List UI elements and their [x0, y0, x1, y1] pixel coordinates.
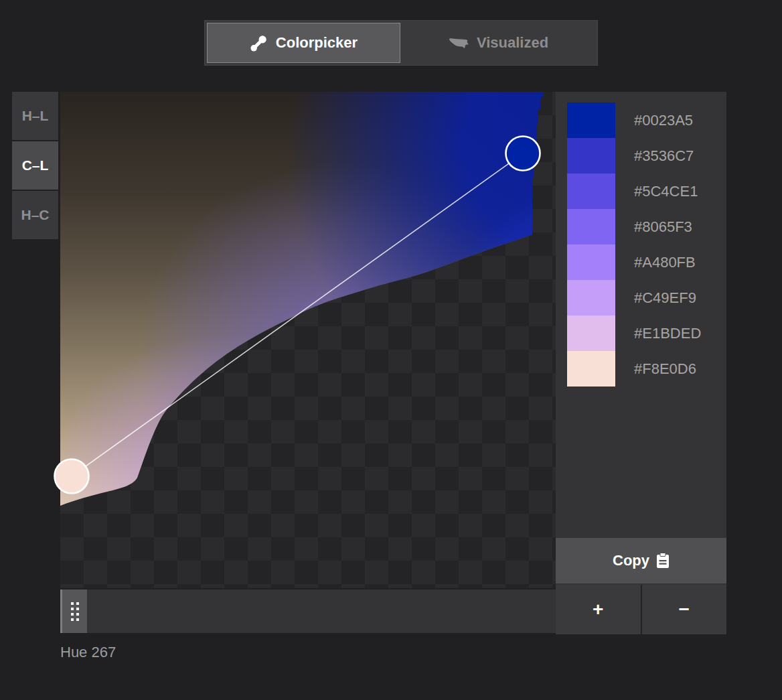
swatch-row: #E1BDED [556, 316, 726, 351]
color-swatch[interactable] [567, 316, 615, 351]
tab-colorpicker[interactable]: Colorpicker [207, 23, 400, 63]
color-swatch[interactable] [567, 280, 615, 316]
color-swatch[interactable] [567, 173, 615, 209]
view-tab-group: Colorpicker Visualized [204, 20, 598, 66]
gamut-canvas[interactable] [60, 92, 556, 588]
color-swatch[interactable] [567, 351, 615, 387]
add-color-label: + [593, 599, 603, 620]
mode-h-c-label: H–C [21, 207, 49, 223]
drag-dots-icon [71, 602, 79, 621]
ramp-overlay [60, 92, 556, 588]
swatch-row: #A480FB [556, 244, 726, 280]
colorpicker-app: Colorpicker Visualized H–L C–L H–C [0, 0, 782, 700]
swatch-hex-label: #8065F3 [634, 218, 692, 236]
tab-colorpicker-label: Colorpicker [276, 34, 358, 52]
swatch-row: #F8E0D6 [556, 351, 726, 387]
swatch-list: #0023A5 #3536C7 #5C4CE1 #8065F3 #A480FB … [556, 92, 726, 538]
add-color-button[interactable]: + [556, 585, 641, 634]
swatch-row: #8065F3 [556, 209, 726, 244]
link-icon [250, 34, 268, 52]
color-swatch[interactable] [567, 138, 615, 173]
color-swatch[interactable] [567, 244, 615, 280]
tab-visualized-label: Visualized [477, 34, 548, 52]
ramp-line [72, 153, 523, 476]
swatch-row: #C49EF9 [556, 280, 726, 316]
swatch-row: #0023A5 [556, 102, 726, 138]
swatch-hex-label: #0023A5 [634, 112, 693, 129]
mode-h-c-button[interactable]: H–C [12, 191, 58, 239]
handle-light-end[interactable] [55, 460, 89, 494]
mode-c-l-label: C–L [22, 157, 49, 173]
color-swatch[interactable] [567, 209, 615, 244]
swatch-hex-label: #E1BDED [634, 325, 701, 342]
copy-button-label: Copy [613, 552, 649, 569]
hue-slider-track[interactable] [60, 589, 556, 633]
mode-button-column: H–L C–L H–C [12, 92, 58, 239]
hue-value-label: Hue 267 [60, 644, 116, 661]
remove-color-label: − [679, 599, 690, 620]
mode-h-l-label: H–L [22, 108, 49, 124]
palette-panel: #0023A5 #3536C7 #5C4CE1 #8065F3 #A480FB … [556, 92, 726, 634]
copy-button[interactable]: Copy [556, 538, 726, 583]
swatch-hex-label: #F8E0D6 [634, 360, 696, 378]
swatch-hex-label: #3536C7 [634, 147, 694, 165]
swatch-hex-label: #C49EF9 [634, 289, 696, 307]
swatch-hex-label: #A480FB [634, 254, 696, 271]
hue-slider-handle[interactable] [60, 589, 87, 633]
usmap-icon [449, 36, 469, 50]
swatch-row: #5C4CE1 [556, 173, 726, 209]
color-swatch[interactable] [567, 102, 615, 138]
handle-dark-end[interactable] [506, 137, 540, 171]
swatch-hex-label: #5C4CE1 [634, 183, 698, 200]
mode-c-l-button[interactable]: C–L [12, 141, 58, 190]
mode-h-l-button[interactable]: H–L [12, 92, 58, 140]
clipboard-icon [656, 553, 670, 569]
remove-color-button[interactable]: − [642, 585, 727, 634]
palette-size-controls: + − [556, 585, 726, 634]
tab-visualized[interactable]: Visualized [402, 23, 595, 63]
swatch-row: #3536C7 [556, 138, 726, 173]
